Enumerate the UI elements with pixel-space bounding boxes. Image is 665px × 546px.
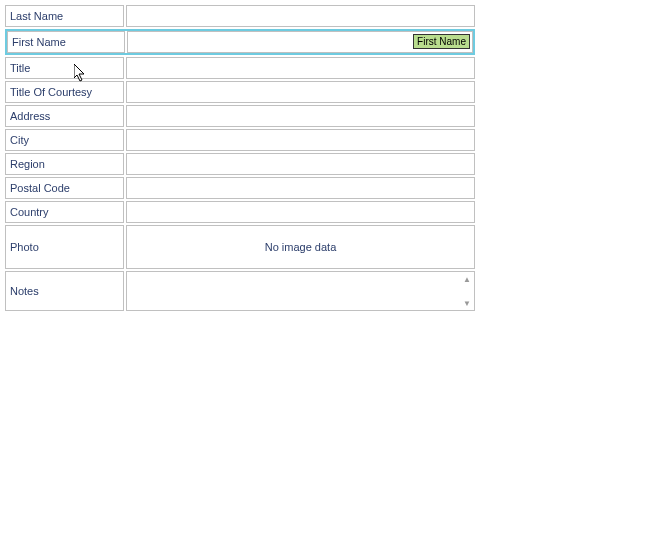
row-notes: Notes ▲ ▼ <box>5 271 475 311</box>
input-last-name[interactable] <box>127 6 474 26</box>
row-last-name: Last Name <box>5 5 475 27</box>
row-photo: Photo No image data <box>5 225 475 269</box>
label-city: City <box>5 129 124 151</box>
row-title-of-courtesy: Title Of Courtesy <box>5 81 475 103</box>
input-address[interactable] <box>127 106 474 126</box>
input-title-of-courtesy[interactable] <box>127 82 474 102</box>
row-postal-code: Postal Code <box>5 177 475 199</box>
input-notes[interactable] <box>127 271 460 309</box>
label-first-name: First Name <box>7 31 125 53</box>
notes-scroll: ▲ ▼ <box>462 274 472 308</box>
input-postal-code[interactable] <box>127 178 474 198</box>
cell-notes: ▲ ▼ <box>126 271 475 311</box>
scroll-up-icon[interactable]: ▲ <box>462 274 472 284</box>
row-city: City <box>5 129 475 151</box>
cell-title-of-courtesy <box>126 81 475 103</box>
label-title-of-courtesy: Title Of Courtesy <box>5 81 124 103</box>
label-photo: Photo <box>5 225 124 269</box>
cell-photo[interactable]: No image data <box>126 225 475 269</box>
row-title: Title <box>5 57 475 79</box>
cell-region <box>126 153 475 175</box>
cell-city <box>126 129 475 151</box>
label-postal-code: Postal Code <box>5 177 124 199</box>
row-first-name: First Name First Name <box>5 29 475 55</box>
input-city[interactable] <box>127 130 474 150</box>
scroll-down-icon[interactable]: ▼ <box>462 298 472 308</box>
cell-title <box>126 57 475 79</box>
cell-first-name: First Name <box>127 31 473 53</box>
cell-last-name <box>126 5 475 27</box>
label-address: Address <box>5 105 124 127</box>
input-title[interactable] <box>127 58 474 78</box>
cell-postal-code <box>126 177 475 199</box>
label-title: Title <box>5 57 124 79</box>
form-table: Last Name First Name First Name Title Ti… <box>3 3 477 313</box>
label-country: Country <box>5 201 124 223</box>
label-last-name: Last Name <box>5 5 124 27</box>
cell-country <box>126 201 475 223</box>
label-notes: Notes <box>5 271 124 311</box>
row-address: Address <box>5 105 475 127</box>
row-country: Country <box>5 201 475 223</box>
input-region[interactable] <box>127 154 474 174</box>
cell-address <box>126 105 475 127</box>
input-country[interactable] <box>127 202 474 222</box>
tooltip-first-name: First Name <box>413 34 470 49</box>
row-region: Region <box>5 153 475 175</box>
photo-placeholder: No image data <box>265 241 337 253</box>
label-region: Region <box>5 153 124 175</box>
